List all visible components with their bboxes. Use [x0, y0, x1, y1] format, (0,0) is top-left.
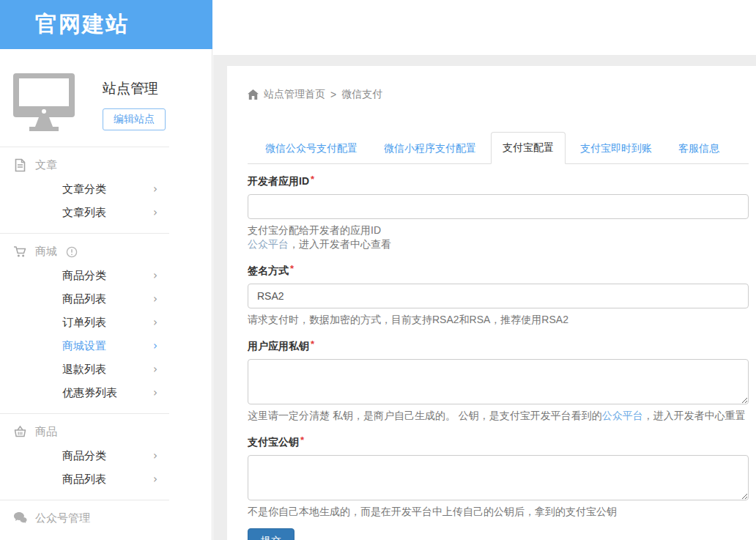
- public-platform-link[interactable]: 公众平台: [602, 410, 643, 421]
- sidebar-item-article-list[interactable]: 文章列表 ›: [0, 201, 212, 224]
- help-text-public-key: 不是你自己本地生成的，而是在开发平台中上传自己的公钥后，拿到的支付宝公钥: [248, 505, 749, 519]
- content-panel: 站点管理首页 > 微信支付 微信公众号支付配置 微信小程序支付配置 支付宝配置 …: [227, 66, 756, 540]
- sidebar-item-product-category[interactable]: 商品分类 ›: [0, 444, 212, 467]
- brand-title: 官网建站: [35, 10, 129, 40]
- tab-wechat-miniprogram-pay[interactable]: 微信小程序支付配置: [372, 133, 488, 164]
- tab-bar: 微信公众号支付配置 微信小程序支付配置 支付宝配置 支付宝即时到账 客服信息: [248, 132, 749, 164]
- required-asterisk: *: [290, 263, 294, 274]
- breadcrumb: 站点管理首页 > 微信支付: [248, 88, 749, 101]
- chevron-right-icon: ›: [153, 316, 158, 329]
- help-text-sign-type: 请求支付时，数据加密的方式，目前支持RSA2和RSA，推荐使用RSA2: [248, 313, 749, 327]
- submit-button[interactable]: 提交: [248, 528, 294, 540]
- help-text-app-id: 支付宝分配给开发者的应用ID 公众平台，进入开发者中心查看: [248, 223, 749, 251]
- document-icon: [13, 158, 27, 172]
- breadcrumb-home[interactable]: 站点管理首页: [264, 88, 325, 101]
- sidebar-item-mall-settings[interactable]: 商城设置 ›: [0, 334, 212, 358]
- field-label-sign-type: 签名方式*: [248, 263, 749, 278]
- public-platform-link[interactable]: 公众平台: [248, 238, 289, 250]
- chevron-right-icon: ›: [153, 206, 158, 219]
- wechat-icon: [13, 511, 27, 525]
- chevron-right-icon: ›: [153, 339, 158, 352]
- main-area: 站点管理首页 > 微信支付 微信公众号支付配置 微信小程序支付配置 支付宝配置 …: [213, 49, 756, 540]
- required-asterisk: *: [311, 339, 314, 349]
- chevron-right-icon: ›: [153, 386, 158, 399]
- sidebar-section-mall: 商城: [0, 234, 212, 264]
- chevron-right-icon: ›: [153, 363, 158, 376]
- chevron-right-icon: ›: [153, 182, 158, 196]
- tab-wechat-official-pay[interactable]: 微信公众号支付配置: [253, 133, 369, 164]
- home-icon: [248, 89, 259, 100]
- chevron-right-icon: ›: [153, 292, 158, 306]
- tab-alipay-instant[interactable]: 支付宝即时到账: [568, 133, 664, 164]
- sidebar-section-official-account: 公众号管理: [0, 500, 212, 530]
- sidebar-item-goods-category[interactable]: 商品分类 ›: [0, 264, 212, 287]
- alipay-public-key-textarea[interactable]: [248, 455, 749, 500]
- sidebar: 站点管理 编辑站点 文章 文章分类 › 文章列表 ›: [0, 49, 212, 540]
- sidebar-item-goods-list[interactable]: 商品列表 ›: [0, 287, 212, 311]
- basket-icon: [13, 425, 27, 439]
- sidebar-section-label: 商城: [35, 245, 57, 259]
- sidebar-item-coupon-list[interactable]: 优惠券列表 ›: [0, 381, 212, 404]
- monitor-icon: [13, 73, 76, 132]
- app-id-input[interactable]: [248, 194, 749, 219]
- sidebar-item-order-list[interactable]: 订单列表 ›: [0, 311, 212, 334]
- field-label-private-key: 用户应用私钥*: [248, 339, 749, 353]
- help-text-private-key: 这里请一定分清楚 私钥，是商户自己生成的。 公钥，是支付宝开发平台看到的公众平台…: [248, 409, 749, 423]
- alipay-config-form: 开发者应用ID* 支付宝分配给开发者的应用ID 公众平台，进入开发者中心查看 签…: [248, 174, 749, 540]
- chevron-right-icon: ›: [153, 269, 158, 282]
- chevron-right-icon: ›: [153, 473, 158, 486]
- sidebar-section-articles: 文章: [0, 147, 212, 177]
- field-label-public-key: 支付宝公钥*: [248, 434, 749, 449]
- field-label-app-id: 开发者应用ID*: [248, 174, 749, 188]
- sidebar-item-article-category[interactable]: 文章分类 ›: [0, 177, 212, 201]
- required-asterisk: *: [311, 174, 314, 185]
- cart-icon: [13, 245, 27, 259]
- chevron-right-icon: ›: [153, 449, 158, 462]
- sidebar-section-label: 文章: [35, 158, 57, 172]
- site-title: 站点管理: [103, 79, 166, 98]
- sidebar-section-products: 商品: [0, 414, 212, 444]
- edit-site-button[interactable]: 编辑站点: [103, 108, 166, 130]
- sidebar-item-refund-list[interactable]: 退款列表 ›: [0, 358, 212, 381]
- brand-bar: 官网建站: [0, 0, 212, 49]
- breadcrumb-separator: >: [330, 89, 336, 100]
- private-key-textarea[interactable]: [248, 359, 749, 404]
- sidebar-section-label: 公众号管理: [35, 511, 90, 525]
- sidebar-section-label: 商品: [35, 425, 57, 439]
- site-card: 站点管理 编辑站点: [0, 49, 212, 132]
- tab-customer-service[interactable]: 客服信息: [667, 133, 731, 164]
- exclamation-circle-icon: [66, 246, 78, 258]
- sign-type-input[interactable]: [248, 284, 749, 308]
- breadcrumb-current[interactable]: 微信支付: [341, 88, 382, 101]
- required-asterisk: *: [300, 434, 304, 445]
- sidebar-item-product-list[interactable]: 商品列表 ›: [0, 467, 212, 491]
- tab-alipay-config[interactable]: 支付宝配置: [491, 132, 566, 164]
